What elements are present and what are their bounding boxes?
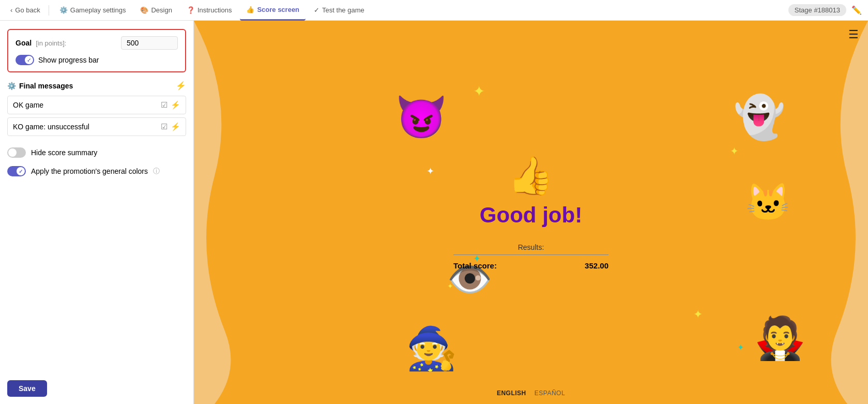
message-ko-text: KO game: unsuccessful [13,123,161,131]
translate-icon-header[interactable]: ⚡ [176,81,186,91]
goal-section: Goal [in points]: ✓ Show progress bar [7,29,186,72]
cat-character: 🐱 [745,181,790,223]
tab-instructions-label: Instructions [197,6,232,14]
ghost-character: 👻 [734,93,785,142]
sparkle-1: ✦ [473,83,485,100]
tab-gameplay-label: Gameplay settings [70,6,126,14]
lang-english[interactable]: ENGLISH [497,390,526,397]
sparkle-2: ✦ [427,166,434,177]
tab-test[interactable]: ✓ Test the game [308,0,371,21]
question-icon: ❓ [187,6,195,14]
go-back-button[interactable]: ‹ Go back [6,4,44,16]
final-messages-title: ⚙️ Final messages [7,82,73,90]
final-messages-label: Final messages [19,82,73,90]
chevron-left-icon: ‹ [10,6,12,14]
progress-bar-row: ✓ Show progress bar [16,55,178,65]
apply-promo-row: ✓ Apply the promotion's general colors ⓘ [0,162,193,181]
vampire-character: 🧛 [754,314,806,363]
tab-design-label: Design [151,6,172,14]
check-ko-icon[interactable]: ☑ [161,122,167,131]
tab-instructions[interactable]: ❓ Instructions [180,0,238,21]
results-box: Results: Total score: 352.00 [453,243,608,271]
thumbs-up-icon: 👍 [453,154,608,198]
devil-character: 😈 [395,93,447,142]
goal-row: Goal [in points]: [16,36,178,50]
gear-icon: ⚙️ [59,6,68,14]
message-ok-actions: ☑ ⚡ [161,100,180,110]
translate-ko-icon[interactable]: ⚡ [171,122,180,131]
message-ok-text: OK game [13,101,161,109]
final-messages-section: ⚙️ Final messages ⚡ OK game ☑ ⚡ KO game:… [0,72,193,143]
apply-promo-toggle[interactable]: ✓ [7,166,26,176]
tab-design[interactable]: 🎨 Design [134,0,178,21]
progress-bar-label: Show progress bar [38,56,99,64]
goal-input[interactable] [121,36,178,50]
hide-score-toggle[interactable] [7,147,26,158]
stage-badge: Stage #188013 [788,4,846,16]
good-job-text: Good job! [453,203,608,228]
preview-canvas: ☰ 😈 🧙 👁️ 👻 🐱 🧛 ✦ ✦ ✦ ✦ ✦ ✦ ✦ 👍 Good job!… [194,21,868,404]
sparkle-4: ✦ [730,145,739,157]
settings-icon: ⚙️ [7,82,16,90]
witch-character: 🧙 [406,324,458,373]
apply-promo-label: Apply the promotion's general colors [31,167,148,175]
sparkle-6: ✦ [693,308,703,321]
tab-gameplay[interactable]: ⚙️ Gameplay settings [53,0,132,21]
check-message-icon[interactable]: ☑ [161,100,167,110]
tab-test-label: Test the game [322,6,364,14]
show-progress-bar-toggle[interactable]: ✓ [16,55,34,65]
main-layout: Goal [in points]: ✓ Show progress bar ⚙️… [0,21,868,404]
final-messages-header: ⚙️ Final messages ⚡ [7,81,186,91]
results-label: Results: [453,243,608,255]
info-icon[interactable]: ⓘ [153,167,160,176]
design-icon: 🎨 [140,6,148,14]
lang-espanol[interactable]: ESPAÑOL [535,390,565,397]
message-ko-game: KO game: unsuccessful ☑ ⚡ [7,117,186,136]
wave-left-shape [194,21,297,404]
go-back-label: Go back [15,6,40,14]
thumbs-tab-icon: 👍 [246,6,254,13]
tab-score-label: Score screen [257,6,299,13]
goal-hint: [in points]: [36,39,66,47]
right-preview: ☰ 😈 🧙 👁️ 👻 🐱 🧛 ✦ ✦ ✦ ✦ ✦ ✦ ✦ 👍 Good job!… [194,21,868,404]
check-icon: ✓ [314,6,319,14]
total-score-value: 352.00 [585,261,608,270]
goal-label: Goal [16,39,32,47]
save-button[interactable]: Save [7,380,47,397]
nav-divider [49,5,49,16]
left-panel: Goal [in points]: ✓ Show progress bar ⚙️… [0,21,194,404]
top-nav: ‹ Go back ⚙️ Gameplay settings 🎨 Design … [0,0,868,21]
translate-message-icon[interactable]: ⚡ [171,100,180,110]
sparkle-7: ✦ [737,342,744,352]
tab-score-screen[interactable]: 👍 Score screen [240,0,306,21]
total-score-key: Total score: [453,261,497,270]
save-area: Save [0,373,193,404]
hide-score-row: Hide score summary [0,143,193,162]
edit-icon[interactable]: ✏️ [851,5,862,15]
hide-score-label: Hide score summary [31,148,97,157]
preview-menu-icon[interactable]: ☰ [848,28,859,41]
stage-label: Stage #188013 [795,6,840,14]
message-ok-game: OK game ☑ ⚡ [7,96,186,114]
message-ko-actions: ☑ ⚡ [161,122,180,131]
preview-content: 👍 Good job! Results: Total score: 352.00 [453,154,608,271]
language-bar: ENGLISH ESPAÑOL [497,390,565,397]
score-row: Total score: 352.00 [453,260,608,271]
